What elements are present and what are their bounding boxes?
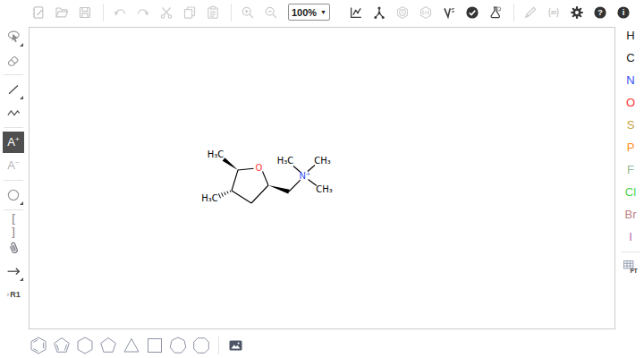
template-cycloheptane-button[interactable] — [166, 335, 189, 356]
ring-template-icon — [6, 188, 21, 202]
template-cyclopentane-button[interactable] — [97, 335, 119, 356]
charge-plus-button[interactable]: A+ — [3, 132, 24, 153]
dearomatize-icon: A — [419, 5, 433, 20]
layout-button[interactable] — [345, 2, 367, 22]
settings-button[interactable] — [566, 2, 588, 22]
template-cyclopentadiene-button[interactable] — [50, 335, 72, 356]
about-button[interactable]: i — [613, 2, 634, 22]
ring-template-button[interactable] — [3, 184, 24, 206]
element-button-cl[interactable]: Cl — [620, 182, 641, 202]
save-button[interactable] — [74, 2, 96, 22]
brackets-button[interactable]: [ ] — [3, 214, 24, 235]
zoom-level-value: 100% — [292, 7, 317, 18]
redo-icon — [136, 5, 150, 20]
redo-button[interactable] — [132, 2, 154, 22]
template-library-button[interactable] — [225, 335, 247, 356]
attachment-point-button[interactable] — [3, 237, 24, 259]
recognize-pen-icon — [523, 5, 538, 20]
template-cyclopropane-button[interactable] — [120, 335, 142, 356]
cyclopentadiene-icon — [52, 336, 72, 355]
gear-icon — [570, 5, 584, 20]
dearomatize-button[interactable]: A — [415, 2, 436, 22]
element-button-c[interactable]: C — [620, 47, 641, 68]
new-document-button[interactable] — [28, 2, 49, 22]
zoom-in-icon — [241, 5, 255, 20]
molecule-structure[interactable]: H₃C O H₃C H₃C CH₃ N⁺ CH₃ — [193, 135, 372, 234]
atom-label: CH₃ — [314, 156, 331, 166]
element-button-o[interactable]: O — [620, 92, 641, 113]
template-cyclooctane-button[interactable] — [190, 335, 212, 356]
element-button-f[interactable]: F — [620, 159, 641, 180]
top-toolbar: 100% ▼ A A 3D ? i — [0, 0, 644, 24]
undo-button[interactable] — [109, 2, 131, 22]
zoom-out-icon — [264, 5, 278, 20]
clean-up-button[interactable] — [369, 2, 390, 22]
svg-text:?: ? — [597, 8, 603, 17]
element-button-i[interactable]: I — [620, 226, 641, 247]
3d-viewer-icon: 3D — [547, 5, 561, 20]
svg-text:A: A — [424, 9, 428, 14]
atom-labels: H₃C O H₃C H₃C CH₃ N⁺ CH₃ — [201, 149, 333, 203]
help-icon: ? — [593, 5, 607, 20]
cut-button[interactable] — [156, 2, 177, 22]
eraser-button[interactable] — [3, 49, 24, 71]
aromatize-icon: A — [395, 5, 410, 20]
template-library-icon — [228, 338, 244, 353]
element-button-br[interactable]: Br — [620, 204, 641, 225]
template-cyclohexane-button[interactable] — [73, 335, 96, 356]
cycloheptane-icon — [168, 336, 188, 355]
aromatize-button[interactable]: A — [392, 2, 413, 22]
template-benzene-button[interactable] — [27, 335, 49, 356]
cyclohexane-icon — [75, 336, 95, 355]
lasso-select-button[interactable] — [3, 26, 24, 47]
zoom-out-button[interactable] — [260, 2, 282, 22]
benzene-icon — [29, 336, 48, 355]
copy-icon — [182, 5, 197, 20]
element-button-p[interactable]: P — [620, 137, 641, 158]
element-button-s[interactable]: S — [620, 115, 641, 135]
zoom-in-button[interactable] — [237, 2, 258, 22]
open-button[interactable] — [51, 2, 72, 22]
flyout-indicator — [20, 201, 23, 205]
chain-button[interactable] — [3, 102, 24, 124]
drawing-canvas[interactable]: H₃C O H₃C H₃C CH₃ N⁺ CH₃ — [29, 27, 615, 329]
check-structure-button[interactable] — [462, 2, 483, 22]
svg-text:3D: 3D — [550, 10, 556, 15]
brackets-icon: [ ] — [3, 211, 24, 238]
reaction-arrow-button[interactable] — [3, 260, 24, 282]
atom-label: N⁺ — [300, 171, 311, 181]
flyout-indicator — [20, 96, 23, 99]
stereochemistry-button[interactable] — [438, 2, 460, 22]
help-button[interactable]: ? — [589, 2, 611, 22]
calculated-values-button[interactable] — [485, 2, 506, 22]
stereochemistry-icon — [442, 5, 456, 20]
paperclip-icon — [6, 241, 21, 255]
3d-viewer-button[interactable]: 3D — [543, 2, 564, 22]
rgroup-button[interactable]: ›R1 — [3, 284, 24, 305]
save-icon — [78, 5, 92, 20]
divider — [513, 4, 514, 21]
zoom-level-dropdown[interactable]: 100% ▼ — [288, 4, 330, 21]
atom-label: H₃C — [201, 193, 218, 203]
atom-label: H₃C — [277, 156, 294, 166]
periodic-table-icon: PT — [623, 260, 639, 275]
copy-button[interactable] — [179, 2, 200, 22]
element-button-n[interactable]: N — [620, 70, 641, 90]
reaction-arrow-icon — [6, 264, 21, 278]
charge-minus-button[interactable]: A− — [3, 155, 24, 176]
flyout-indicator — [20, 277, 23, 281]
recognize-molecule-button[interactable] — [520, 2, 541, 22]
element-button-h[interactable]: H — [620, 25, 641, 46]
paste-button[interactable] — [202, 2, 224, 22]
layout-icon — [349, 5, 363, 20]
periodic-table-button[interactable]: PT — [620, 256, 641, 277]
cyclobutane-icon — [145, 336, 165, 355]
charge-plus-icon: A+ — [7, 136, 19, 148]
paste-icon — [206, 5, 220, 20]
divider — [621, 251, 640, 252]
single-bond-button[interactable] — [3, 79, 24, 100]
template-cyclobutane-button[interactable] — [143, 335, 165, 356]
atom-label: O — [256, 163, 263, 173]
cyclopentane-icon — [98, 336, 118, 355]
chain-icon — [6, 106, 21, 120]
